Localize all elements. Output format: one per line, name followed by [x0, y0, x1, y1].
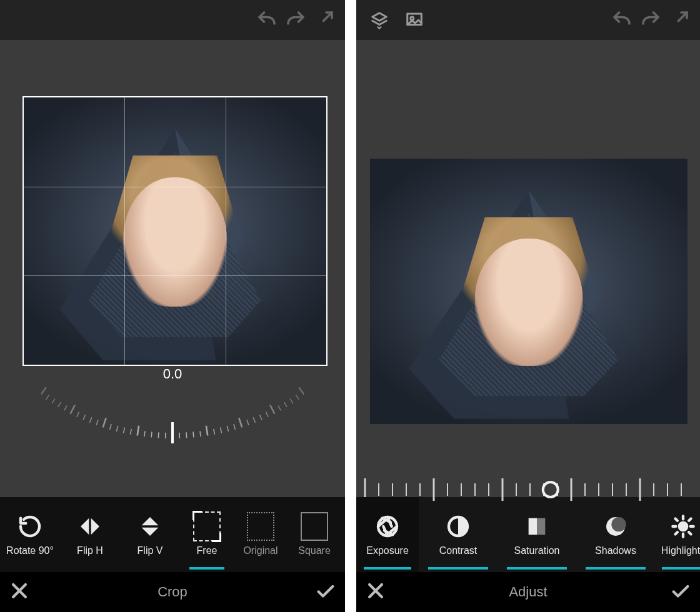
- crop-handle-tr[interactable]: [314, 96, 328, 110]
- svg-line-32: [158, 432, 159, 438]
- redo-icon[interactable]: [636, 6, 665, 34]
- svg-rect-92: [537, 518, 545, 535]
- tool-label: Exposure: [366, 545, 409, 556]
- selection-underline: [364, 567, 411, 570]
- svg-line-24: [214, 429, 215, 435]
- svg-line-21: [234, 424, 236, 430]
- confirm-button[interactable]: [670, 580, 691, 604]
- photo-preview[interactable]: [22, 96, 328, 366]
- svg-point-88: [543, 482, 558, 497]
- svg-line-12: [290, 398, 293, 403]
- svg-line-35: [138, 426, 139, 436]
- svg-line-50: [41, 387, 46, 395]
- highlights-button[interactable]: Highlights: [655, 497, 700, 572]
- crop-frame[interactable]: [22, 96, 328, 366]
- undo-icon[interactable]: [252, 6, 281, 34]
- crop-handle-tl[interactable]: [22, 96, 36, 110]
- fullscreen-icon[interactable]: [665, 6, 694, 34]
- svg-line-45: [71, 405, 75, 414]
- svg-line-22: [227, 426, 228, 432]
- photo-preview[interactable]: [370, 159, 688, 424]
- svg-line-19: [247, 420, 249, 425]
- svg-line-15: [270, 405, 274, 414]
- svg-line-23: [221, 428, 222, 433]
- topbar: [0, 0, 345, 40]
- svg-line-46: [64, 406, 67, 411]
- redo-icon[interactable]: [281, 6, 310, 34]
- flip-h-icon: [76, 513, 104, 540]
- svg-line-20: [239, 418, 242, 427]
- aspect-free-button[interactable]: Free: [180, 497, 234, 572]
- svg-line-26: [200, 431, 201, 437]
- topbar: [356, 0, 700, 40]
- aspect-original-icon: [247, 513, 274, 540]
- aspect-square-icon: [301, 513, 328, 540]
- saturation-icon: [523, 513, 551, 540]
- tool-label: Highlights: [661, 545, 700, 556]
- undo-icon[interactable]: [608, 6, 636, 34]
- svg-line-41: [96, 420, 98, 425]
- shadows-icon: [602, 513, 629, 540]
- svg-line-38: [116, 426, 118, 432]
- svg-line-43: [83, 415, 86, 420]
- rotate-90-button[interactable]: Rotate 90°: [0, 497, 60, 572]
- cancel-button[interactable]: [9, 580, 30, 604]
- contrast-button[interactable]: Contrast: [419, 497, 498, 572]
- svg-line-34: [144, 431, 145, 437]
- aperture-icon: [374, 513, 401, 540]
- tool-label: Shadows: [595, 545, 636, 556]
- contrast-icon: [444, 513, 472, 540]
- flip-v-button[interactable]: Flip V: [120, 497, 180, 572]
- rotation-dial[interactable]: 0.0: [41, 376, 304, 451]
- selection-underline: [189, 567, 224, 570]
- crop-screen: 0.0 Rotate 90° Flip H Flip: [0, 0, 345, 612]
- layers-icon[interactable]: [365, 6, 394, 34]
- compare-icon[interactable]: [400, 6, 429, 34]
- svg-point-95: [678, 521, 689, 532]
- svg-line-33: [151, 432, 152, 437]
- mode-title: Crop: [158, 584, 188, 600]
- shadows-button[interactable]: Shadows: [576, 497, 655, 572]
- tool-label: Rotate 90°: [6, 545, 54, 556]
- svg-line-28: [186, 432, 187, 438]
- mode-title: Adjust: [509, 584, 547, 600]
- adjust-toolbar: Exposure Contrast Saturation: [356, 497, 700, 572]
- svg-line-14: [278, 406, 281, 411]
- crop-handle-br[interactable]: [314, 352, 328, 366]
- svg-line-36: [131, 429, 132, 435]
- svg-line-16: [266, 412, 268, 417]
- cancel-button[interactable]: [365, 580, 386, 604]
- svg-point-94: [611, 517, 626, 531]
- tool-label: Square: [298, 545, 331, 556]
- aspect-square-button[interactable]: Square: [288, 497, 341, 572]
- bottom-bar: Adjust: [356, 572, 700, 612]
- svg-line-11: [296, 395, 299, 399]
- svg-point-63: [411, 17, 414, 20]
- svg-line-49: [46, 395, 49, 399]
- tool-label: Flip V: [138, 545, 163, 556]
- svg-line-17: [259, 415, 262, 420]
- exposure-button[interactable]: Exposure: [356, 497, 419, 572]
- highlights-icon: [669, 513, 697, 540]
- svg-line-42: [89, 417, 91, 422]
- svg-line-10: [299, 387, 304, 395]
- fullscreen-icon[interactable]: [310, 6, 339, 34]
- aspect-original-button[interactable]: Original: [234, 497, 288, 572]
- svg-line-47: [58, 402, 61, 407]
- canvas: 0.0: [0, 40, 345, 497]
- tool-label: Flip H: [77, 545, 103, 556]
- canvas: [356, 40, 700, 497]
- confirm-button[interactable]: [315, 580, 336, 604]
- saturation-button[interactable]: Saturation: [498, 497, 576, 572]
- svg-line-40: [103, 418, 106, 427]
- rotate-icon: [16, 513, 44, 540]
- svg-line-37: [123, 428, 124, 433]
- tool-label: Free: [197, 545, 218, 556]
- aspect-free-icon: [193, 513, 221, 540]
- svg-line-48: [52, 398, 55, 403]
- crop-handle-bl[interactable]: [22, 352, 36, 366]
- flip-h-button[interactable]: Flip H: [60, 497, 120, 572]
- svg-line-13: [284, 402, 288, 407]
- tool-label: Contrast: [439, 545, 477, 556]
- flip-v-icon: [136, 513, 164, 540]
